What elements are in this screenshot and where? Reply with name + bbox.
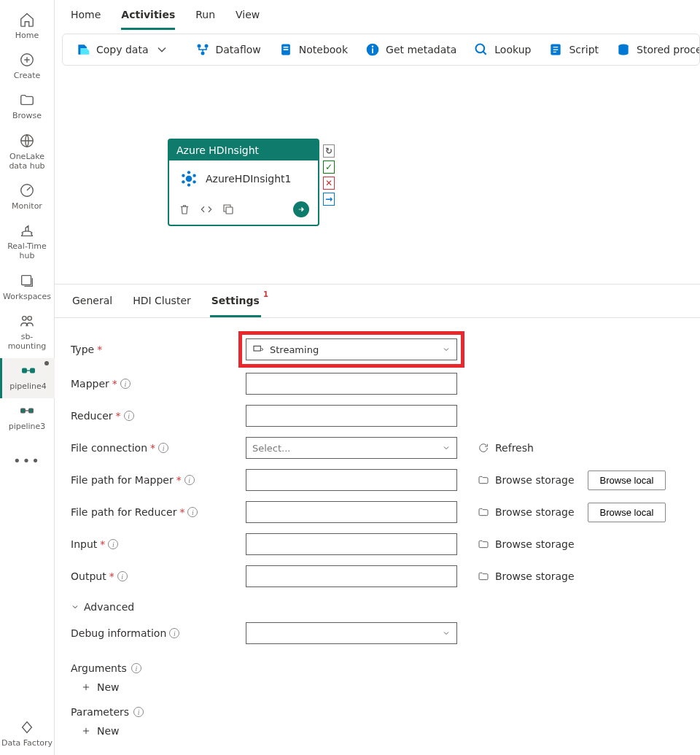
- debug-info-select[interactable]: [246, 622, 457, 644]
- output-label: Output* i: [71, 570, 246, 582]
- menu-run[interactable]: Run: [195, 6, 215, 28]
- chevron-down-icon: [442, 444, 451, 452]
- mapper-input[interactable]: [246, 373, 457, 395]
- port-failure[interactable]: ✕: [323, 177, 335, 190]
- tab-general[interactable]: General: [71, 295, 114, 317]
- error-badge: 1: [263, 290, 268, 298]
- reducer-input[interactable]: [246, 405, 457, 427]
- nav-realtime[interactable]: Real-Time hub: [0, 218, 55, 268]
- svg-point-19: [476, 44, 485, 53]
- info-icon[interactable]: i: [184, 475, 195, 485]
- menu-view[interactable]: View: [236, 6, 260, 28]
- svg-rect-30: [254, 346, 260, 351]
- info-icon[interactable]: i: [131, 663, 141, 673]
- node-footer: [169, 197, 318, 225]
- info-icon[interactable]: i: [120, 379, 131, 389]
- code-icon[interactable]: [200, 203, 213, 216]
- port-completion[interactable]: →: [323, 193, 335, 206]
- port-success[interactable]: ✓: [323, 160, 335, 174]
- browse-storage-mapper[interactable]: Browse storage: [478, 474, 575, 486]
- browse-storage-output[interactable]: Browse storage: [478, 570, 575, 582]
- delete-icon[interactable]: [178, 203, 191, 216]
- refresh-button[interactable]: Refresh: [478, 442, 534, 454]
- port-loop[interactable]: ↻: [323, 144, 335, 158]
- browse-storage-input[interactable]: Browse storage: [478, 538, 575, 550]
- nav-monitor[interactable]: Monitor: [0, 178, 55, 218]
- activity-node-azure-hdinsight[interactable]: Azure HDInsight AzureHDInsight1: [168, 139, 319, 226]
- settings-form: Type* Streaming Mapper* i Reducer* i: [55, 318, 700, 750]
- nav-create[interactable]: Create: [0, 47, 55, 88]
- svg-rect-6: [22, 368, 26, 373]
- pipeline-canvas[interactable]: Azure HDInsight AzureHDInsight1 ↻ ✓ ✕ →: [55, 66, 700, 284]
- arguments-title: Arguments i: [71, 662, 684, 674]
- input-field[interactable]: [246, 533, 457, 555]
- file-path-reducer-input[interactable]: [246, 501, 457, 523]
- nav-workspaces[interactable]: Workspaces: [0, 268, 55, 309]
- chevron-down-icon: [442, 345, 451, 354]
- file-path-mapper-label: File path for Mapper* i: [71, 474, 246, 486]
- add-argument-button[interactable]: New: [71, 674, 684, 693]
- toolbar-dataflow[interactable]: Dataflow: [188, 38, 268, 61]
- svg-point-5: [28, 316, 31, 320]
- debug-info-label: Debug information i: [71, 627, 246, 639]
- modified-dot-icon: [44, 361, 49, 365]
- refresh-icon: [478, 442, 489, 454]
- svg-point-25: [182, 180, 184, 183]
- tab-settings[interactable]: Settings 1: [210, 295, 261, 317]
- info-icon[interactable]: i: [124, 411, 134, 421]
- info-icon[interactable]: i: [169, 628, 179, 638]
- hdinsight-icon: [179, 169, 198, 188]
- activities-toolbar: Copy data Dataflow Notebook Get metadata…: [62, 34, 700, 66]
- nav-pipeline4[interactable]: pipeline4: [0, 358, 55, 398]
- info-icon[interactable]: i: [117, 571, 128, 581]
- svg-rect-8: [21, 409, 26, 414]
- toolbar-stored-procedure[interactable]: Stored procedu: [609, 38, 700, 61]
- highlighted-type-field: Streaming: [238, 331, 464, 368]
- settings-panel-tabs: General HDI Cluster Settings 1: [55, 284, 700, 318]
- file-path-mapper-input[interactable]: [246, 469, 457, 491]
- advanced-toggle[interactable]: Advanced: [71, 592, 684, 617]
- streaming-icon: [252, 344, 264, 355]
- chevron-down-icon: [442, 629, 451, 638]
- content-area: Home Activities Run View Copy data Dataf…: [55, 0, 700, 755]
- svg-rect-29: [226, 207, 233, 214]
- browse-storage-reducer[interactable]: Browse storage: [478, 506, 575, 518]
- type-select[interactable]: Streaming: [246, 338, 457, 360]
- info-icon[interactable]: i: [187, 507, 198, 517]
- svg-point-22: [186, 176, 192, 182]
- toolbar-lookup[interactable]: Lookup: [467, 38, 538, 61]
- menu-activities[interactable]: Activities: [121, 6, 175, 30]
- output-field[interactable]: [246, 565, 457, 587]
- file-connection-select[interactable]: Select...: [246, 437, 457, 459]
- toolbar-script[interactable]: Script: [541, 38, 606, 61]
- browse-local-reducer-button[interactable]: Browse local: [588, 503, 666, 522]
- svg-point-23: [182, 174, 184, 177]
- menu-home[interactable]: Home: [71, 6, 101, 28]
- nav-home[interactable]: Home: [0, 7, 55, 47]
- nav-more[interactable]: •••: [13, 438, 41, 483]
- node-ports: ↻ ✓ ✕ →: [323, 144, 335, 206]
- copy-icon[interactable]: [222, 203, 235, 216]
- toolbar-get-metadata[interactable]: Get metadata: [358, 38, 464, 61]
- svg-rect-15: [283, 49, 288, 50]
- nav-browse[interactable]: Browse: [0, 88, 55, 128]
- info-icon[interactable]: i: [108, 539, 118, 549]
- nav-pipeline3[interactable]: pipeline3: [0, 398, 55, 438]
- nav-data-factory[interactable]: Data Factory: [0, 715, 55, 755]
- toolbar-copy-data[interactable]: Copy data: [69, 38, 176, 61]
- node-body: AzureHDInsight1: [169, 160, 318, 197]
- type-label: Type*: [71, 344, 246, 355]
- info-icon[interactable]: i: [133, 707, 144, 717]
- add-parameter-button[interactable]: New: [71, 718, 684, 737]
- plus-icon: [81, 682, 91, 692]
- svg-rect-7: [30, 368, 34, 373]
- svg-point-28: [187, 184, 190, 187]
- tab-hdi-cluster[interactable]: HDI Cluster: [131, 295, 192, 317]
- nav-sb-mounting[interactable]: sb- mounting: [0, 309, 55, 358]
- toolbar-notebook[interactable]: Notebook: [271, 38, 355, 61]
- browse-local-mapper-button[interactable]: Browse local: [588, 471, 666, 490]
- nav-onelake[interactable]: OneLake data hub: [0, 128, 55, 178]
- run-button[interactable]: [293, 201, 309, 217]
- mapper-label: Mapper* i: [71, 378, 246, 390]
- info-icon[interactable]: i: [158, 443, 168, 453]
